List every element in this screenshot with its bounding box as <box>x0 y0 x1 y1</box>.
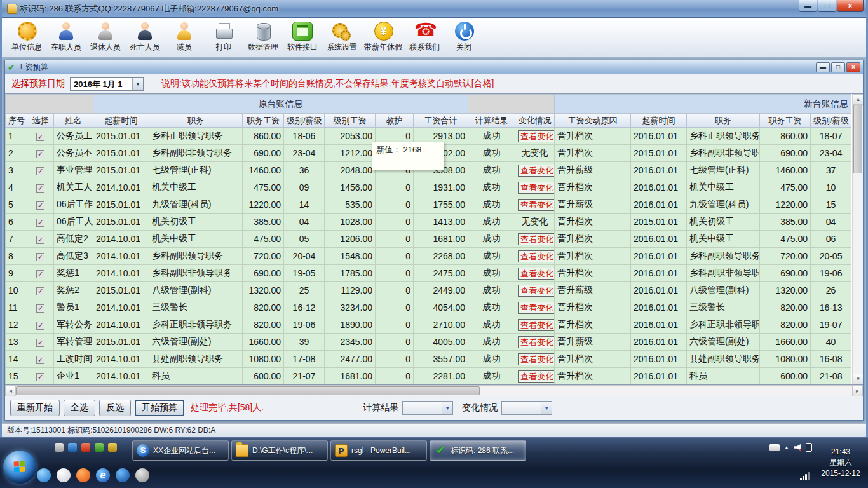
view-change-button[interactable]: 查看变化 <box>518 319 555 331</box>
vertical-scroll-thumb[interactable] <box>853 105 862 173</box>
row-checkbox[interactable]: ✓ <box>36 253 44 261</box>
toolbar-contact-us[interactable]: 联系我们 <box>405 19 444 56</box>
show-hidden-icons-arrow[interactable]: ▲ <box>784 445 789 451</box>
budget-date-combobox[interactable]: 2016年 1月 1 ▼ <box>70 77 144 91</box>
row-checkbox[interactable]: ✓ <box>36 133 44 141</box>
invert-selection-button[interactable]: 反选 <box>99 400 131 416</box>
child-restore-button[interactable]: □ <box>831 62 845 72</box>
taskbar-clock[interactable]: 21:43 星期六 2015-12-12 <box>817 440 864 485</box>
table-row[interactable]: 14✓工改时间2014.10.01县处副职领导职务1080.0017-08247… <box>6 351 851 368</box>
restart-button[interactable]: 重新开始 <box>10 400 60 416</box>
row-checkbox[interactable]: ✓ <box>36 201 44 210</box>
vertical-scroll-track[interactable] <box>853 173 863 374</box>
table-row[interactable]: 11✓警员12014.10.01三级警长820.0016-123234.0004… <box>6 299 851 316</box>
tray-app-icon[interactable] <box>95 443 104 452</box>
volume-icon[interactable] <box>794 444 801 451</box>
toolbar-unit-info[interactable]: 单位信息 <box>7 19 46 56</box>
quick-launch-icon[interactable] <box>135 468 149 482</box>
battery-icon[interactable] <box>806 443 812 452</box>
row-checkbox[interactable]: ✓ <box>36 373 44 381</box>
quick-launch-icon[interactable] <box>116 468 130 482</box>
toolbar-close-app[interactable]: 关闭 <box>444 19 484 56</box>
start-budget-button[interactable]: 开始预算 <box>135 400 184 416</box>
toolbar-active-staff[interactable]: 在职人员 <box>46 19 86 56</box>
scroll-down-icon[interactable]: ▼ <box>853 374 863 384</box>
toolbar-system-settings[interactable]: 系统设置 <box>322 19 362 56</box>
table-row[interactable]: 5✓06后工作2015.01.01九级管理(科员)1220.0014535.00… <box>6 196 851 214</box>
row-checkbox[interactable]: ✓ <box>36 236 44 244</box>
child-minimize-button[interactable]: ▬ <box>816 62 830 72</box>
row-checkbox[interactable]: ✓ <box>36 150 44 158</box>
table-row[interactable]: 12✓军转公务2014.10.01乡科正职非领导职务820.0019-06189… <box>6 316 851 334</box>
scroll-right-icon[interactable]: ► <box>852 386 863 396</box>
calc-result-combobox[interactable]: ▼ <box>402 401 453 415</box>
toolbar-reduce-staff[interactable]: 减员 <box>165 19 204 56</box>
row-checkbox[interactable]: ✓ <box>36 270 44 278</box>
view-change-button[interactable]: 查看变化 <box>518 182 555 194</box>
view-change-button[interactable]: 查看变化 <box>518 199 555 211</box>
toolbar-retired-staff[interactable]: 退休人员 <box>86 19 125 56</box>
minimize-button[interactable]: ▬ <box>799 0 817 12</box>
table-row[interactable]: 6✓06后工人2015.01.01机关初级工385.00041028.00014… <box>6 214 851 231</box>
tray-app-icon[interactable] <box>81 443 90 452</box>
table-row[interactable]: 7✓高低定22014.10.01机关中级工475.00051206.000168… <box>6 231 851 248</box>
vertical-scrollbar[interactable]: ▲ ▼ <box>852 94 863 384</box>
row-checkbox[interactable]: ✓ <box>36 219 44 227</box>
toolbar-paid-annual-leave[interactable]: 带薪年休假 <box>362 19 405 56</box>
row-checkbox[interactable]: ✓ <box>36 322 44 330</box>
chevron-down-icon[interactable]: ▼ <box>132 78 143 90</box>
row-checkbox[interactable]: ✓ <box>36 339 44 347</box>
toolbar-data-management[interactable]: 数据管理 <box>243 19 283 56</box>
start-button[interactable] <box>3 451 36 484</box>
child-close-button[interactable]: × <box>846 62 860 72</box>
toolbar-print[interactable]: 打印 <box>204 19 243 56</box>
horizontal-scroll-thumb[interactable] <box>16 386 480 395</box>
ie-icon[interactable] <box>96 468 110 482</box>
table-row[interactable]: 4✓机关工人2014.10.01机关中级工475.00091456.000193… <box>6 179 851 196</box>
table-row[interactable]: 9✓奖惩12014.10.01乡科副职非领导职务690.0019-051785.… <box>6 265 851 282</box>
row-checkbox[interactable]: ✓ <box>36 287 44 295</box>
taskbar-item-explorer-folder[interactable]: D:\G工作\c程序\... <box>231 440 328 461</box>
table-row[interactable]: 13✓军转管理2015.01.01六级管理(副处)1660.00392345.0… <box>6 334 851 351</box>
view-change-button[interactable]: 查看变化 <box>518 353 555 365</box>
view-change-button[interactable]: 查看变化 <box>518 336 555 348</box>
chevron-down-icon[interactable]: ▼ <box>442 402 452 414</box>
view-change-button[interactable]: 查看变化 <box>518 302 555 314</box>
maximize-button[interactable]: □ <box>818 0 836 12</box>
taskbar-item-hr-app[interactable]: 标识码: 286 联系... <box>430 440 526 461</box>
close-button[interactable]: × <box>837 0 864 12</box>
scroll-up-icon[interactable]: ▲ <box>853 94 863 105</box>
change-status-combobox[interactable]: ▼ <box>501 401 552 415</box>
view-change-button[interactable]: 查看变化 <box>518 130 555 142</box>
taskbar-item-powerbuilder[interactable]: rsgl - PowerBuil... <box>330 440 427 461</box>
view-change-button[interactable]: 查看变化 <box>518 233 555 245</box>
tray-app-icon[interactable] <box>55 443 64 452</box>
row-checkbox[interactable]: ✓ <box>36 356 44 364</box>
table-row[interactable]: 15✓企业12014.10.01科员600.0021-071681.000228… <box>6 368 851 385</box>
quick-launch-icon[interactable] <box>37 468 51 482</box>
keyboard-icon[interactable] <box>769 444 780 451</box>
toolbar-deceased-staff[interactable]: 死亡人员 <box>125 19 165 56</box>
table-row[interactable]: 10✓奖惩22015.01.01八级管理(副科)1320.00251129.00… <box>6 282 851 299</box>
view-change-button[interactable]: 查看变化 <box>518 268 555 280</box>
scroll-left-icon[interactable]: ◄ <box>5 386 16 396</box>
network-signal-icon[interactable] <box>800 472 810 480</box>
quick-launch-icon[interactable] <box>76 468 90 482</box>
tray-app-icon[interactable] <box>68 443 77 452</box>
chevron-down-icon[interactable]: ▼ <box>541 402 552 414</box>
horizontal-scrollbar[interactable]: ◄ ► <box>5 385 863 396</box>
row-checkbox[interactable]: ✓ <box>36 167 44 175</box>
row-checkbox[interactable]: ✓ <box>36 184 44 193</box>
taskbar-item-website-admin[interactable]: XX企业网站后台... <box>132 440 229 461</box>
table-row[interactable]: 8✓高低定32014.10.01乡科副职领导职务720.0020-041548.… <box>6 248 851 265</box>
view-change-button[interactable]: 查看变化 <box>518 285 555 297</box>
view-change-button[interactable]: 查看变化 <box>518 370 555 383</box>
view-change-button[interactable]: 查看变化 <box>518 250 555 262</box>
view-change-button[interactable]: 查看变化 <box>518 165 555 177</box>
select-all-button[interactable]: 全选 <box>64 400 95 416</box>
row-checkbox[interactable]: ✓ <box>36 304 44 313</box>
toolbar-software-interface[interactable]: 软件接口 <box>283 19 322 56</box>
tray-app-icon[interactable] <box>108 443 117 452</box>
quick-launch-icon[interactable] <box>57 468 71 482</box>
horizontal-scroll-track[interactable] <box>480 386 852 396</box>
